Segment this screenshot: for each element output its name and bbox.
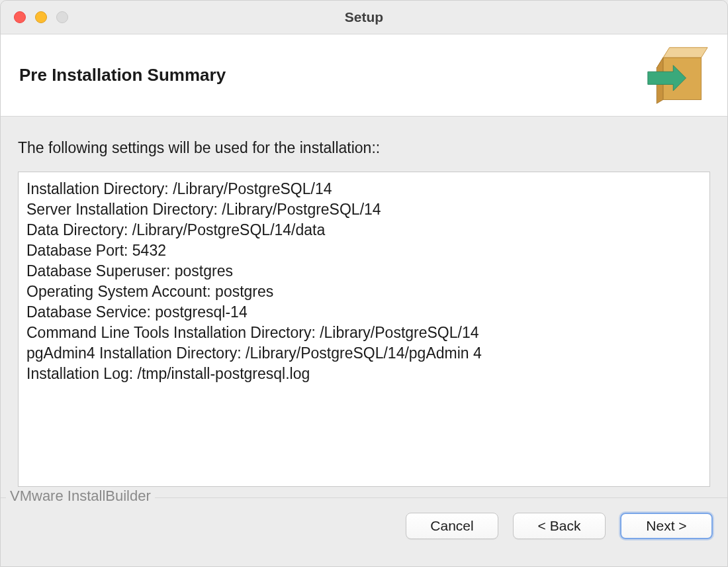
summary-line: Database Service: postgresql-14 <box>26 302 702 323</box>
cancel-button[interactable]: Cancel <box>406 513 498 539</box>
summary-line: pgAdmin4 Installation Directory: /Librar… <box>26 343 702 364</box>
summary-line: Server Installation Directory: /Library/… <box>26 199 702 220</box>
summary-line: Installation Log: /tmp/install-postgresq… <box>26 364 702 384</box>
summary-line: Database Superuser: postgres <box>26 261 702 282</box>
summary-line: Data Directory: /Library/PostgreSQL/14/d… <box>26 220 702 240</box>
next-button[interactable]: Next > <box>620 513 713 539</box>
summary-line: Operating System Account: postgres <box>26 282 702 302</box>
content-area: The following settings will be used for … <box>1 117 727 487</box>
brand-label: VMware InstallBuilder <box>6 488 155 505</box>
intro-text: The following settings will be used for … <box>18 139 710 157</box>
traffic-lights <box>14 11 68 23</box>
summary-line: Installation Directory: /Library/Postgre… <box>26 179 702 199</box>
summary-line: Database Port: 5432 <box>26 240 702 261</box>
close-icon[interactable] <box>14 11 26 23</box>
svg-marker-1 <box>663 47 707 57</box>
window-titlebar: Setup <box>1 1 727 34</box>
installer-box-icon <box>645 44 709 107</box>
minimize-icon[interactable] <box>35 11 47 23</box>
back-button[interactable]: < Back <box>513 513 606 539</box>
summary-line: Command Line Tools Installation Director… <box>26 323 702 343</box>
window-title: Setup <box>1 9 727 25</box>
footer-separator: VMware InstallBuilder <box>1 497 727 498</box>
header: Pre Installation Summary <box>1 34 727 117</box>
maximize-icon <box>56 11 68 23</box>
page-title: Pre Installation Summary <box>19 65 226 85</box>
summary-textarea[interactable]: Installation Directory: /Library/Postgre… <box>18 172 710 487</box>
